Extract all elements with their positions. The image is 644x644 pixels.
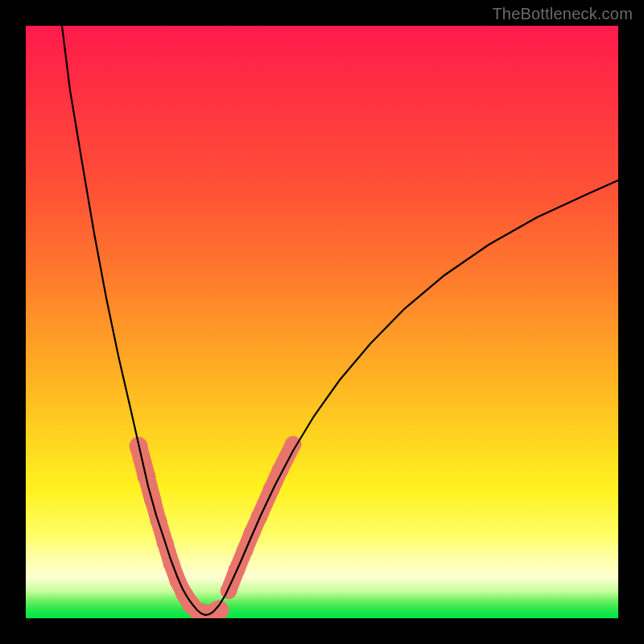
watermark-text: TheBottleneck.com bbox=[492, 5, 633, 23]
svg-point-21 bbox=[209, 601, 229, 618]
marker-layer bbox=[130, 436, 301, 618]
marker-left-cluster bbox=[130, 437, 200, 614]
chart-svg bbox=[26, 26, 618, 618]
chart-frame: TheBottleneck.com bbox=[0, 0, 644, 644]
marker-right-cluster bbox=[221, 436, 301, 599]
bottleneck-curve bbox=[62, 26, 618, 615]
plot-area bbox=[26, 26, 618, 618]
